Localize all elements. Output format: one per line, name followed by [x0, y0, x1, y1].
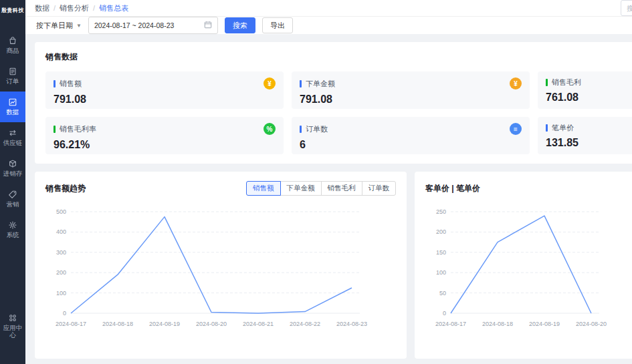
sidebar-item-label: 进销存 [2, 170, 24, 178]
metric-top: 销售毛利率% [54, 123, 276, 135]
sidebar-item-label: 营销 [5, 201, 21, 208]
sidebar-spacer [0, 244, 25, 307]
breadcrumb-separator: / [54, 4, 56, 12]
svg-text:2024-08-21: 2024-08-21 [243, 321, 274, 327]
goods-icon [8, 36, 17, 45]
sidebar-item-label: 系统 [5, 232, 21, 239]
svg-text:400: 400 [56, 228, 66, 235]
metric-value: 96.21% [54, 139, 276, 151]
metric-value: 791.08 [300, 94, 522, 106]
svg-text:0: 0 [443, 310, 446, 317]
sidebar-item-label: 商品 [5, 47, 21, 55]
calendar-icon [204, 21, 212, 30]
order-count-icon: ≡ [510, 123, 522, 135]
price-per-order-title: 客单价 | 笔单价 [425, 183, 480, 194]
svg-text:2024-08-17: 2024-08-17 [435, 321, 466, 327]
app-center-icon [8, 313, 17, 323]
export-button[interactable]: 导出 [262, 17, 293, 33]
metric-accent-bar [300, 80, 302, 87]
line-chart-svg: 01002003004005002024-08-172024-08-182024… [45, 204, 368, 332]
date-range-input[interactable]: 2024-08-17 ~ 2024-08-23 [88, 17, 218, 34]
svg-text:200: 200 [56, 269, 66, 276]
svg-text:2024-08-17: 2024-08-17 [56, 321, 86, 327]
trend-tab-订单数[interactable]: 订单数 [362, 181, 397, 196]
breadcrumb: 数据/销售分析/销售总表 [35, 3, 128, 13]
sidebar-item-data[interactable]: 数据 [0, 92, 25, 122]
metric-accent-bar [546, 79, 548, 86]
sidebar-item-system[interactable]: 系统 [0, 214, 25, 245]
metric-value: 761.08 [546, 92, 632, 104]
sidebar-item-goods[interactable]: 商品 [0, 30, 25, 61]
svg-text:200: 200 [436, 228, 446, 235]
main-area: 数据/销售分析/销售总表 新手引导 按下单日期 ▼ 2024-08-17 ~ 2… [25, 0, 632, 364]
svg-text:2024-08-18: 2024-08-18 [102, 321, 133, 327]
sidebar-item-label: 数据 [5, 109, 21, 116]
metric-label: 销售毛利率 [60, 124, 96, 134]
line-chart-svg: 0501001502002502024-08-172024-08-182024-… [425, 204, 607, 332]
svg-text:2024-08-20: 2024-08-20 [196, 321, 227, 327]
trend-tab-下单金额[interactable]: 下单金额 [280, 181, 322, 196]
price-per-order-card: 客单价 | 笔单价 0501001502002502024-08-172024-… [415, 172, 632, 359]
metric-top: 销售额¥ [54, 77, 276, 89]
breadcrumb-item[interactable]: 销售分析 [60, 3, 89, 13]
sidebar-footer: 应用中心 [0, 307, 25, 345]
metric-accent-bar [54, 126, 56, 133]
breadcrumb-separator: / [93, 4, 95, 12]
metric-label: 订单数 [306, 124, 328, 134]
chevron-down-icon: ▼ [76, 23, 82, 29]
yuan-icon: ¥ [264, 77, 276, 89]
sidebar-item-label: 订单 [5, 78, 21, 85]
sidebar-item-marketing[interactable]: 营销 [0, 184, 25, 214]
search-button[interactable]: 搜索 [225, 17, 255, 33]
svg-text:100: 100 [436, 269, 446, 276]
svg-text:150: 150 [436, 249, 446, 256]
metric-tile: 订单数≡6 [292, 117, 530, 154]
date-type-select[interactable]: 按下单日期 ▼ [36, 21, 82, 31]
svg-text:100: 100 [56, 290, 66, 297]
metric-tile: 销售毛利761.08 [538, 71, 632, 109]
sidebar-item-app-center[interactable]: 应用中心 [0, 307, 25, 345]
metric-label: 销售额 [60, 79, 82, 89]
trend-tabs: 销售额下单金额销售毛利订单数 [246, 181, 396, 196]
system-icon [8, 220, 17, 230]
metric-value: 6 [300, 139, 522, 151]
search-input[interactable] [625, 4, 632, 13]
metric-tile: 下单金额¥791.08 [292, 71, 530, 109]
percent-icon: % [264, 123, 276, 135]
sales-data-title: 销售数据 [45, 51, 632, 63]
app-root: 殷贵科技 商品订单数据供应链进销存营销系统 应用中心 数据/销售分析/销售总表 … [0, 0, 632, 364]
metric-label: 笔单价 [552, 123, 574, 133]
svg-text:2024-08-18: 2024-08-18 [482, 321, 513, 327]
trend-tab-销售额[interactable]: 销售额 [246, 181, 281, 196]
svg-text:2024-08-19: 2024-08-19 [149, 321, 180, 327]
charts-row: 销售额趋势 销售额下单金额销售毛利订单数 0100200300400500202… [35, 172, 632, 359]
metric-label: 下单金额 [306, 79, 335, 89]
top-bar: 数据/销售分析/销售总表 新手引导 [25, 0, 632, 17]
metric-top: 销售毛利 [546, 77, 632, 87]
app-logo: 殷贵科技 [0, 0, 25, 18]
svg-text:50: 50 [439, 290, 446, 297]
metric-accent-bar [300, 126, 302, 133]
sidebar-item-supply-chain[interactable]: 供应链 [0, 122, 25, 153]
breadcrumb-item[interactable]: 数据 [35, 3, 49, 13]
inventory-icon [8, 159, 17, 168]
content-area: 销售数据 销售额¥791.08下单金额¥791.08销售毛利761.08销售毛利… [25, 34, 632, 364]
data-icon [8, 98, 17, 107]
price-per-order-header: 客单价 | 笔单价 [425, 181, 632, 196]
metrics-grid: 销售额¥791.08下单金额¥791.08销售毛利761.08销售毛利率%96.… [45, 71, 632, 154]
metric-tile: 销售毛利率%96.21% [45, 117, 284, 154]
svg-text:2024-08-20: 2024-08-20 [576, 321, 607, 327]
sidebar-item-orders[interactable]: 订单 [0, 61, 25, 92]
supply-chain-icon [8, 128, 17, 138]
trend-tab-销售毛利[interactable]: 销售毛利 [321, 181, 362, 196]
sidebar-item-inventory[interactable]: 进销存 [0, 153, 25, 184]
breadcrumb-item[interactable]: 销售总表 [99, 3, 128, 13]
svg-text:2024-08-19: 2024-08-19 [529, 321, 560, 327]
global-search-box[interactable] [621, 0, 632, 16]
sidebar-nav: 商品订单数据供应链进销存营销系统 [0, 30, 25, 244]
svg-text:2024-08-22: 2024-08-22 [290, 321, 320, 327]
filter-bar: 按下单日期 ▼ 2024-08-17 ~ 2024-08-23 搜索 导出 [25, 17, 632, 34]
metric-top: 笔单价 [546, 123, 632, 133]
marketing-icon [8, 190, 17, 199]
date-range-value: 2024-08-17 ~ 2024-08-23 [94, 21, 174, 29]
